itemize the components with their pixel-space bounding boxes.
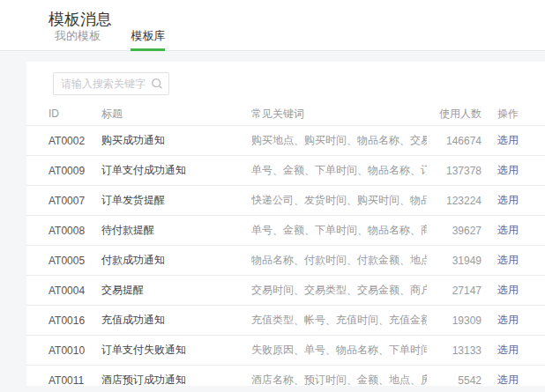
select-template-link[interactable]: 选用: [497, 134, 519, 146]
page-header: 模板消息 我的模板 模板库: [0, 0, 545, 51]
table-row: AT0009 订单支付成功通知 单号、金额、下单时间、物品名称、订单号码、支付时…: [26, 155, 545, 185]
template-title: 订单支付成功通知: [101, 163, 251, 178]
template-users: 137378: [427, 165, 482, 177]
template-title: 订单发货提醒: [101, 193, 251, 208]
template-keywords: 交易时间、交易类型、交易金额、商户详情、商品详情、支付金额、商品信...: [251, 283, 427, 298]
table-row: AT0010 订单支付失败通知 失败原因、单号、物品名称、下单时间、金额、问题描…: [26, 335, 545, 365]
template-keywords: 单号、金额、下单时间、物品名称、订单号码、支付时间、订单金额、订单...: [251, 163, 427, 178]
select-template-link[interactable]: 选用: [497, 224, 519, 236]
template-title: 酒店预订成功通知: [101, 373, 251, 386]
template-users: 39627: [427, 225, 482, 237]
table-header-row: ID 标题 常见关键词 使用人数 操作: [26, 102, 545, 125]
template-id: AT0010: [49, 344, 101, 357]
template-title: 待付款提醒: [101, 223, 251, 238]
template-users: 13133: [427, 344, 482, 357]
template-message-page: 模板消息 我的模板 模板库 ID 标题 常见关键词 使用人数 操作 AT0002…: [0, 0, 545, 392]
table-row: AT0007 订单发货提醒 快递公司、发货时间、购买时间、物品名称、发货平台、订…: [26, 185, 545, 215]
template-title: 购买成功通知: [101, 133, 251, 148]
content-card: ID 标题 常见关键词 使用人数 操作 AT0002 购买成功通知 购买地点、购…: [26, 62, 545, 386]
template-title: 交易提醒: [101, 283, 251, 298]
table-row: AT0008 待付款提醒 单号、金额、下单时间、物品名称、商品详情、支付金额、订…: [26, 215, 545, 245]
tab-my-templates[interactable]: 我的模板: [55, 28, 101, 51]
table-row: AT0011 酒店预订成功通知 酒店名称、预订时间、金额、地点、房间号、订单号、…: [26, 365, 545, 386]
tab-template-library[interactable]: 模板库: [131, 28, 165, 51]
template-id: AT0002: [49, 135, 101, 147]
template-keywords: 酒店名称、预订时间、金额、地点、房间号、订单号、入住时间、离店时间...: [251, 373, 427, 386]
template-title: 充值成功通知: [101, 313, 251, 328]
template-keywords: 失败原因、单号、物品名称、下单时间、金额、问题描述、品逛行家、付款...: [251, 343, 427, 358]
select-template-link[interactable]: 选用: [497, 254, 519, 266]
table-row: AT0004 交易提醒 交易时间、交易类型、交易金额、商户详情、商品详情、支付金…: [26, 275, 545, 305]
select-template-link[interactable]: 选用: [497, 194, 519, 206]
select-template-link[interactable]: 选用: [497, 314, 519, 326]
template-title: 付款成功通知: [101, 253, 251, 268]
column-header-id: ID: [49, 107, 101, 120]
table-row: AT0005 付款成功通知 物品名称、付款时间、付款金额、地点、产品名称、累计净…: [26, 245, 545, 275]
template-users: 123224: [427, 195, 482, 207]
template-keywords: 快递公司、发货时间、购买时间、物品名称、发货平台、订单号、充值金额...: [251, 193, 427, 208]
template-keywords: 购买地点、购买时间、物品名称、交易单号、购买价格、入园凭证、取票时...: [251, 133, 427, 148]
select-template-link[interactable]: 选用: [497, 344, 519, 356]
column-header-keywords: 常见关键词: [251, 107, 427, 122]
template-id: AT0016: [49, 314, 101, 327]
template-id: AT0007: [49, 195, 101, 207]
template-users: 27147: [427, 285, 482, 297]
template-keywords: 物品名称、付款时间、付款金额、地点、产品名称、累计净值、产品期限、...: [251, 253, 427, 268]
table-row: AT0002 购买成功通知 购买地点、购买时间、物品名称、交易单号、购买价格、入…: [26, 125, 545, 155]
template-title: 订单支付失败通知: [101, 343, 251, 358]
tab-bar: 我的模板 模板库: [55, 27, 191, 50]
table-row: AT0016 充值成功通知 充值类型、帐号、充值时间、充值金额、充值号码、充值卡…: [26, 305, 545, 335]
column-header-title: 标题: [101, 107, 251, 122]
select-template-link[interactable]: 选用: [497, 164, 519, 176]
template-users: 5542: [427, 374, 482, 387]
template-id: AT0004: [49, 285, 101, 297]
template-id: AT0011: [49, 374, 101, 387]
search-box: [53, 72, 169, 95]
template-users: 19309: [427, 314, 482, 327]
template-id: AT0008: [49, 225, 101, 237]
template-users: 31949: [427, 255, 482, 267]
template-keywords: 充值类型、帐号、充值时间、充值金额、充值号码、充值卡号、交易单号、...: [251, 313, 427, 328]
select-template-link[interactable]: 选用: [497, 284, 519, 296]
template-keywords: 单号、金额、下单时间、物品名称、商品详情、支付金额、订单号、支付提...: [251, 223, 427, 238]
search-icon[interactable]: [151, 78, 163, 90]
column-header-users: 使用人数: [427, 107, 482, 122]
column-header-action: 操作: [497, 107, 534, 122]
template-users: 146674: [427, 135, 482, 147]
select-template-link[interactable]: 选用: [497, 374, 519, 386]
template-id: AT0009: [49, 165, 101, 177]
search-input[interactable]: [61, 78, 151, 90]
template-id: AT0005: [49, 255, 101, 267]
